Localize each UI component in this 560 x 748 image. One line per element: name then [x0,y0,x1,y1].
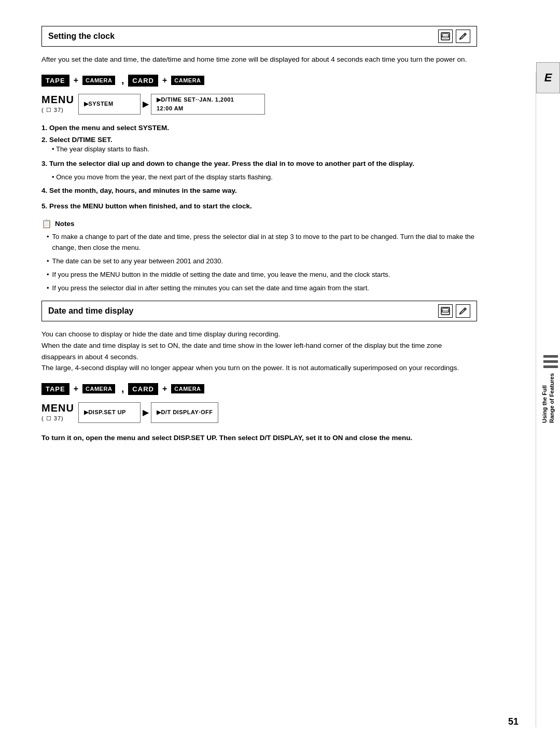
sidebar-line-3 [543,365,558,368]
step-2-bullet: • The year display starts to flash. [52,145,477,153]
camera-badge-3: CAMERA [82,384,115,393]
menu-word-2: MENU [41,402,74,414]
pencil-icon [456,30,470,43]
e-tab-label: E [544,71,552,84]
bullet-dot-1: • [52,145,54,153]
main-content: Setting the clock After you set [0,0,519,748]
pencil-icon-2 [456,304,470,318]
step-3: 3. Turn the selector dial up and down to… [41,158,477,170]
tape-badge-2: TAPE [41,383,69,395]
note-3: • If you press the MENU button in the mi… [47,270,477,280]
menu-ref-2: ( ☐ 37) [41,415,64,422]
sidebar-line-2 [543,360,558,363]
menu-boxes-1: ▶SYSTEM ▶ ▶D/TIME SET··JAN. 1,2001 12:00… [78,94,477,115]
step-5-num: 5. [41,202,49,210]
menu-box2-1: ▶D/TIME SET··JAN. 1,2001 12:00 AM [151,94,265,115]
section1-menu-diagram: MENU ( ☐ 37) ▶SYSTEM ▶ ▶D/TIME SET··JAN.… [41,94,477,115]
step-5-text: Press the MENU button when finished, and… [49,202,252,210]
svg-line-3 [464,34,465,35]
step-3-sub: • Once you move from the year, the next … [52,173,477,181]
card-badge-2: CARD [128,383,158,395]
notes-header: 📋 Notes [41,219,477,229]
step-3-text: Turn the selector dial up and down to ch… [49,160,414,167]
step-1-number: 1. [41,124,47,132]
step-2-number: 2. [41,136,47,144]
notes-icon: 📋 [41,219,52,229]
svg-rect-1 [442,34,449,38]
sidebar-text: Using the Full Range of Features [541,373,556,423]
bullet-dot-3: • [52,173,56,181]
step-1: 1. Open the menu and select SYSTEM. [41,124,477,132]
step-3-num: 3. [41,160,49,167]
tape-icon [438,30,453,43]
camera-badge-4: CAMERA [171,384,204,393]
section2-header: Date and time display [41,301,477,321]
menu-box1-2: ▶DISP.SET UP [78,402,141,423]
page-container: E Using the Full Range of Features Setti… [0,0,560,748]
menu-box2-2: ▶D/T DISPLAY·OFF [151,402,219,423]
section2-menu-diagram: MENU ( ☐ 37) ▶DISP.SET UP ▶ ▶D/T DISPLAY… [41,402,477,423]
camera-badge-1: CAMERA [82,76,115,85]
menu-arrow-1: ▶ [143,99,149,109]
plus-2: + [162,76,167,85]
svg-line-7 [464,309,465,310]
section2-intro-1: You can choose to display or hide the da… [41,329,477,373]
steps-section: 1. Open the menu and select SYSTEM. 2. S… [41,124,477,153]
menu-label-2: MENU ( ☐ 37) [41,402,78,423]
step-1-text: Open the menu and select SYSTEM. [49,124,169,132]
comma-2: , [121,384,124,394]
section2-title: Date and time display [48,306,134,316]
card-badge-1: CARD [128,75,158,87]
sidebar-decoration [543,355,558,368]
step-4-num: 4. [41,187,49,194]
notes-title: Notes [55,220,75,228]
page-number: 51 [508,716,519,727]
plus-4: + [162,384,167,393]
comma-1: , [121,75,124,86]
plus-3: + [74,384,78,393]
section1-header: Setting the clock [41,26,477,47]
section1-intro: After you set the date and time, the dat… [41,54,477,65]
step-2: 2. Select D/TIME SET. • The year display… [41,136,477,153]
notes-section: 📋 Notes • To make a change to part of th… [41,219,477,293]
e-tab: E [536,62,560,93]
section1-title: Setting the clock [48,32,115,41]
camera-badge-2: CAMERA [171,76,204,85]
section1-mode-row: TAPE + CAMERA , CARD + CAMERA [41,75,477,87]
menu-ref-1: ( ☐ 37) [41,107,64,114]
menu-boxes-2: ▶DISP.SET UP ▶ ▶D/T DISPLAY·OFF [78,402,477,423]
menu-label-1: MENU ( ☐ 37) [41,94,78,115]
step-4: 4. Set the month, day, hours, and minute… [41,185,477,196]
right-sidebar: Using the Full Range of Features [536,311,560,467]
note-2: • The date can be set to any year betwee… [47,256,477,267]
menu-box1-1: ▶SYSTEM [78,94,141,115]
section2-icons [438,304,470,318]
sidebar-text-line2: Range of Features [548,373,555,423]
menu-arrow-2: ▶ [143,407,149,417]
section2-closing: To turn it on, open the menu and select … [41,432,477,444]
svg-rect-5 [442,308,449,313]
sidebar-text-line1: Using the Full [541,373,548,423]
section1-icons [438,30,470,43]
sidebar-line-1 [543,355,558,358]
step-5: 5. Press the MENU button when finished, … [41,201,477,212]
menu-word-1: MENU [41,94,74,106]
note-4: • If you press the selector dial in afte… [47,283,477,294]
tape-badge-1: TAPE [41,75,69,87]
step-4-text: Set the month, day, hours, and minutes i… [49,187,237,194]
note-1: • To make a change to part of the date a… [47,232,477,253]
plus-1: + [74,76,78,85]
tape-icon-2 [438,304,453,318]
closing-text: To turn it on, open the menu and select … [41,434,412,442]
section2-mode-row: TAPE + CAMERA , CARD + CAMERA [41,383,477,395]
step-2-text: Select D/TIME SET. [49,136,113,144]
